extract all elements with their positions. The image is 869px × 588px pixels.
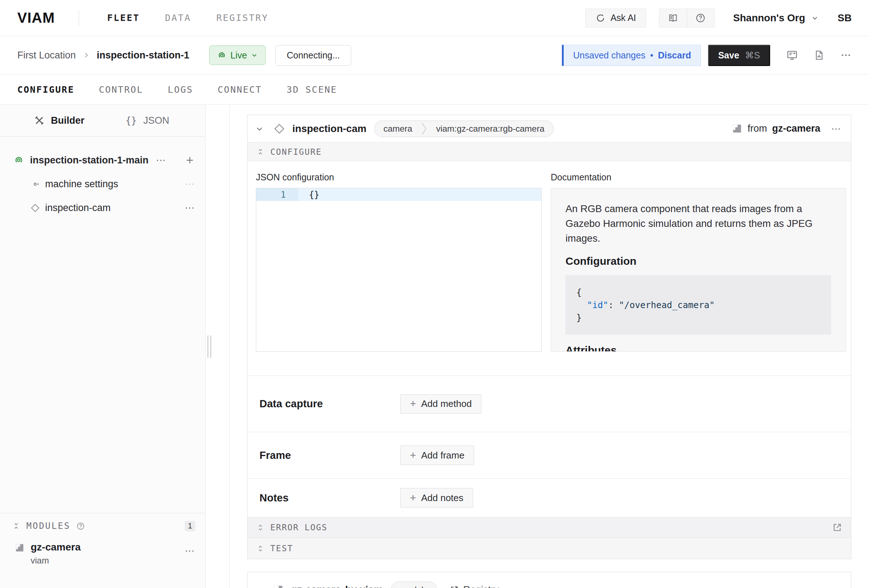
machine-part-tree: inspection-station-1-main ⋯ machine sett…: [0, 137, 205, 220]
user-avatar[interactable]: SB: [838, 12, 852, 24]
tab-logs[interactable]: LOGS: [168, 84, 193, 95]
documentation-code-block: { "id": "/overhead_camera"}: [565, 275, 831, 335]
braces-icon: {}: [126, 115, 137, 126]
plus-icon: +: [410, 492, 416, 504]
tree-item-label: inspection-station-1-main: [30, 155, 149, 166]
connecting-button[interactable]: Connecting...: [275, 45, 351, 66]
toggle-json[interactable]: {} JSON: [126, 115, 169, 126]
module-name: gz-camera: [31, 542, 81, 553]
component-model: viam:gz-camera:rgb-camera: [427, 124, 553, 134]
ask-ai-button[interactable]: Ask AI: [585, 9, 646, 27]
json-config-label: JSON configuration: [256, 172, 542, 183]
sparkle-refresh-icon: [595, 13, 606, 24]
json-config-editor[interactable]: 1 {}: [256, 188, 542, 352]
tab-connect[interactable]: CONNECT: [218, 84, 262, 95]
item-menu-icon[interactable]: ⋯: [185, 202, 195, 213]
breadcrumb-machine: inspection-station-1: [97, 50, 190, 61]
frame-label: Frame: [260, 449, 400, 461]
remote-control-monitor-icon[interactable]: [786, 49, 798, 61]
module-author: by viam: [346, 584, 383, 588]
logs-file-icon[interactable]: [813, 49, 825, 61]
test-title: TEST: [270, 544, 293, 553]
nav-item-data[interactable]: DATA: [165, 13, 191, 23]
code-open-brace: {: [576, 287, 582, 298]
help-circle-icon[interactable]: [76, 521, 85, 531]
attributes-heading: Attributes: [565, 344, 831, 352]
from-module-name[interactable]: gz-camera: [772, 123, 820, 134]
item-menu-icon[interactable]: ⋯: [185, 178, 195, 190]
add-notes-button[interactable]: + Add notes: [400, 488, 473, 508]
sidebar-resize-handle[interactable]: [207, 335, 212, 358]
top-nav: VIAM FLEET DATA REGISTRY Ask AI: [0, 0, 869, 36]
nav-item-fleet[interactable]: FLEET: [107, 13, 140, 23]
config-main: inspection-cam camera viam:gz-camera:rgb…: [206, 105, 869, 588]
test-bar[interactable]: TEST: [248, 538, 851, 559]
error-logs-title: ERROR LOGS: [270, 523, 327, 532]
part-menu-icon[interactable]: ⋯: [156, 154, 166, 166]
module-icon: [732, 123, 742, 134]
module-tag: module: [391, 585, 437, 588]
data-capture-label: Data capture: [260, 398, 400, 410]
collapse-chevron-icon[interactable]: [255, 124, 264, 133]
editor-line: 1 {}: [256, 188, 541, 201]
nav-divider: [79, 10, 79, 26]
error-logs-bar[interactable]: ERROR LOGS: [248, 517, 851, 538]
config-sidebar: Builder {} JSON inspection-station-1-mai…: [0, 105, 206, 588]
module-org: viam: [31, 555, 81, 566]
module-card-header: gz-camera by viam module Registry: [248, 572, 851, 588]
topnav-right: Ask AI: [585, 9, 852, 27]
code-close-brace: }: [576, 313, 582, 323]
add-method-button[interactable]: + Add method: [400, 394, 481, 414]
tree-item-main-part[interactable]: inspection-station-1-main ⋯: [0, 148, 205, 172]
tab-control[interactable]: CONTROL: [99, 84, 143, 95]
add-component-icon[interactable]: [184, 155, 195, 166]
code-key: "id": [587, 300, 608, 310]
frame-section: Frame + Add frame: [248, 432, 851, 478]
tab-3d-scene[interactable]: 3D SCENE: [286, 84, 337, 95]
tree-item-inspection-cam[interactable]: inspection-cam ⋯: [0, 196, 205, 220]
org-switcher[interactable]: Shannon's Org: [733, 12, 819, 24]
docs-book-button[interactable]: [659, 9, 687, 27]
add-frame-button[interactable]: + Add frame: [400, 446, 474, 465]
pill-chevron-icon: [421, 121, 427, 137]
card-menu-icon[interactable]: ⋯: [831, 123, 842, 135]
viam-logo[interactable]: VIAM: [17, 10, 55, 26]
module-card-gz-camera: gz-camera by viam module Registry: [247, 572, 851, 588]
live-status-dropdown[interactable]: Live: [209, 46, 266, 65]
plus-icon: +: [410, 449, 416, 461]
toggle-builder[interactable]: Builder: [34, 115, 85, 126]
configure-section-bar[interactable]: CONFIGURE: [248, 142, 851, 161]
discard-link[interactable]: Discard: [658, 50, 691, 61]
ask-ai-label: Ask AI: [611, 13, 636, 23]
modules-header: MODULES 1: [0, 518, 205, 534]
nav-item-registry[interactable]: REGISTRY: [216, 13, 268, 23]
component-diamond-icon: [274, 123, 285, 135]
tab-configure[interactable]: CONFIGURE: [17, 84, 74, 95]
component-diamond-icon: [30, 203, 40, 213]
chevron-down-icon: [251, 52, 258, 59]
tree-item-label: machine settings: [45, 179, 119, 190]
help-button[interactable]: [687, 9, 714, 27]
save-button[interactable]: Save ⌘S: [708, 45, 770, 66]
fold-vertical-icon[interactable]: [12, 521, 21, 530]
machinebar-right: Unsaved changes • Discard Save ⌘S: [562, 45, 852, 66]
add-frame-label: Add frame: [421, 450, 464, 461]
breadcrumb-chevron-icon: [82, 51, 90, 59]
component-card-inspection-cam: inspection-cam camera viam:gz-camera:rgb…: [247, 115, 851, 559]
tree-item-machine-settings[interactable]: machine settings ⋯: [0, 172, 205, 196]
open-external-icon[interactable]: [832, 522, 842, 532]
module-menu-icon[interactable]: ⋯: [185, 545, 195, 557]
data-capture-section: Data capture + Add method: [248, 376, 851, 432]
registry-link[interactable]: Registry: [450, 584, 499, 588]
documentation-paragraph: An RGB camera component that reads image…: [565, 201, 829, 246]
module-list-item[interactable]: gz-camera viam ⋯: [0, 534, 205, 566]
line-number: 1: [256, 188, 298, 201]
collapse-chevron-icon[interactable]: [255, 585, 264, 588]
documentation-label: Documentation: [551, 172, 846, 183]
open-external-icon: [450, 585, 459, 588]
overflow-menu-icon[interactable]: [840, 49, 852, 61]
help-icon-group: [659, 9, 715, 27]
breadcrumb-location[interactable]: First Location: [17, 50, 76, 61]
live-label: Live: [231, 50, 247, 61]
unfold-vertical-icon: [256, 523, 264, 532]
